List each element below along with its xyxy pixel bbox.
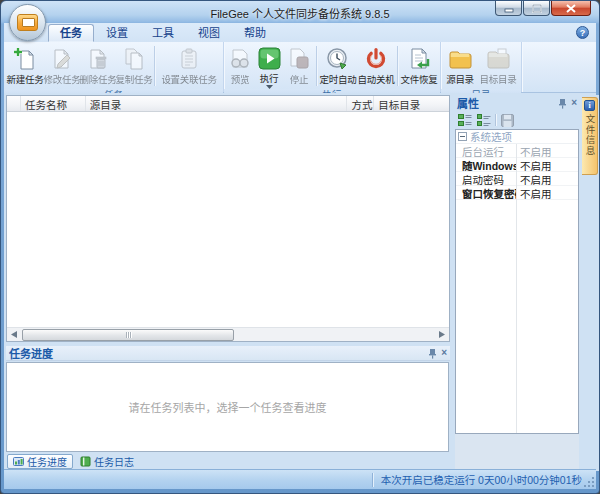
- ribbon-group-tasks: 新建任务 修改任务: [4, 42, 224, 92]
- properties-footer: [455, 434, 579, 469]
- execute-icon: [258, 46, 281, 70]
- task-list: 任务名称 源目录 方式 目标目录: [6, 95, 450, 342]
- stop-icon: [287, 46, 311, 71]
- properties-title: 属性: [457, 95, 558, 111]
- stop-button[interactable]: 停止: [284, 43, 314, 89]
- pin-icon[interactable]: [428, 348, 437, 359]
- close-button[interactable]: [551, 1, 591, 16]
- side-tab-label: 文件信息: [583, 114, 597, 156]
- status-bar-left-section: [4, 470, 372, 489]
- column-source-dir[interactable]: 源目录: [86, 96, 348, 111]
- pin-icon[interactable]: [558, 98, 567, 109]
- categorized-view-icon[interactable]: [457, 113, 473, 128]
- tab-help[interactable]: 帮助: [232, 24, 278, 42]
- maximize-button[interactable]: [523, 1, 550, 16]
- preview-icon: [228, 46, 252, 71]
- tab-tasks[interactable]: 任务: [48, 24, 94, 42]
- close-panel-icon[interactable]: ×: [441, 348, 447, 358]
- modify-task-button[interactable]: 修改任务: [44, 43, 80, 89]
- column-method[interactable]: 方式: [347, 96, 374, 111]
- new-task-button[interactable]: 新建任务: [6, 43, 44, 89]
- uptime-text: 本次开启已稳定运行 0天00小时00分钟01秒: [381, 472, 582, 487]
- toolbar-separator: [495, 114, 496, 126]
- timer-clock-icon: [326, 46, 350, 71]
- status-bar: 本次开启已稳定运行 0天00小时00分钟01秒: [4, 469, 596, 489]
- scroll-left-arrow[interactable]: [7, 328, 21, 342]
- delete-task-button[interactable]: 删除任务: [80, 43, 116, 89]
- tab-view[interactable]: 视图: [186, 24, 232, 42]
- properties-header: 属性 ×: [454, 95, 580, 111]
- bottom-tab-bar: 任务进度 任务日志: [6, 453, 450, 470]
- set-related-task-button[interactable]: 设置关联任务: [157, 43, 221, 89]
- source-directory-button[interactable]: 源目录: [443, 43, 477, 89]
- minimize-button[interactable]: [495, 1, 522, 16]
- info-icon: i: [584, 100, 595, 111]
- titlebar: FileGee 个人文件同步备份系统 9.8.5: [1, 1, 599, 23]
- task-list-body[interactable]: [7, 112, 449, 327]
- property-group-row[interactable]: 系统选项: [456, 130, 578, 144]
- file-restore-button[interactable]: 文件恢复: [400, 43, 438, 89]
- property-row[interactable]: 启动密码 不启用: [456, 172, 578, 186]
- target-directory-button[interactable]: 目标目录: [477, 43, 519, 89]
- column-target-dir[interactable]: 目标目录: [374, 96, 449, 111]
- ribbon: 新建任务 修改任务: [4, 42, 596, 93]
- execute-dropdown-caret[interactable]: [266, 85, 273, 89]
- progress-panel-title: 任务进度: [9, 345, 428, 361]
- power-icon: [364, 46, 388, 71]
- task-progress-icon: [13, 456, 24, 467]
- property-row[interactable]: 窗口恢复密码 不启用: [456, 186, 578, 200]
- collapse-icon[interactable]: [458, 132, 467, 141]
- grid-column-divider[interactable]: [516, 144, 517, 433]
- ribbon-separator: [397, 46, 398, 86]
- copy-task-button[interactable]: 复制任务: [116, 43, 152, 89]
- alphabetical-view-icon[interactable]: [476, 113, 492, 128]
- tab-task-log[interactable]: 任务日志: [75, 454, 139, 469]
- ribbon-separator: [154, 46, 155, 86]
- client-area: 任务名称 源目录 方式 目标目录: [4, 93, 596, 469]
- properties-grid: 系统选项 后台运行 不启用 随Windows... 不启用 启动密码 不启用 窗…: [455, 129, 579, 434]
- file-info-side-tab[interactable]: i 文件信息: [582, 97, 598, 175]
- delete-task-icon: [86, 46, 110, 71]
- side-tab-strip: i 文件信息: [582, 95, 599, 471]
- property-row[interactable]: 后台运行 不启用: [456, 144, 578, 158]
- progress-panel-header: 任务进度 ×: [6, 346, 450, 361]
- schedule-auto-button[interactable]: 定时自动: [319, 43, 357, 89]
- tab-settings[interactable]: 设置: [94, 24, 140, 42]
- modify-task-icon: [50, 46, 74, 71]
- resize-grip[interactable]: [583, 476, 595, 488]
- help-icon[interactable]: ?: [576, 26, 589, 39]
- tab-tools[interactable]: 工具: [140, 24, 186, 42]
- progress-empty-message: 请在任务列表中，选择一个任务查看进度: [129, 399, 327, 415]
- progress-panel-body: 请在任务列表中，选择一个任务查看进度: [6, 362, 449, 452]
- filegee-logo-icon: [17, 14, 38, 31]
- ribbon-group-directories: 源目录 目标目录 目录: [441, 42, 522, 92]
- app-menu-orb[interactable]: [9, 4, 46, 41]
- related-task-icon: [177, 46, 201, 71]
- column-stub[interactable]: [7, 96, 21, 111]
- task-list-header: 任务名称 源目录 方式 目标目录: [7, 96, 449, 112]
- properties-toolbar: [454, 111, 580, 129]
- ribbon-group-execute: 预览 执行: [224, 42, 441, 92]
- preview-button[interactable]: 预览: [226, 43, 254, 89]
- restore-icon: [407, 46, 431, 71]
- scrollbar-track[interactable]: [21, 328, 435, 342]
- ribbon-tab-bar: 任务 设置 工具 视图 帮助 ?: [4, 23, 596, 42]
- auto-shutdown-button[interactable]: 自动关机: [357, 43, 395, 89]
- close-panel-icon[interactable]: ×: [571, 98, 577, 108]
- status-bar-right-section: 本次开启已稳定运行 0天00小时00分钟01秒: [373, 470, 596, 489]
- source-folder-icon: [448, 46, 472, 71]
- new-task-icon: [13, 46, 37, 71]
- save-properties-icon[interactable]: [499, 113, 515, 128]
- tab-task-progress[interactable]: 任务进度: [7, 454, 73, 469]
- copy-task-icon: [122, 46, 146, 71]
- task-log-icon: [80, 456, 91, 467]
- property-row[interactable]: 随Windows... 不启用: [456, 158, 578, 172]
- execute-button[interactable]: 执行: [254, 43, 284, 89]
- column-task-name[interactable]: 任务名称: [21, 96, 86, 111]
- minimize-icon: [504, 4, 514, 13]
- scrollbar-thumb[interactable]: [22, 329, 234, 341]
- properties-panel: 属性 ×: [454, 95, 580, 471]
- target-folder-icon: [486, 46, 510, 71]
- scroll-right-arrow[interactable]: [435, 328, 449, 342]
- horizontal-scrollbar: [7, 327, 449, 341]
